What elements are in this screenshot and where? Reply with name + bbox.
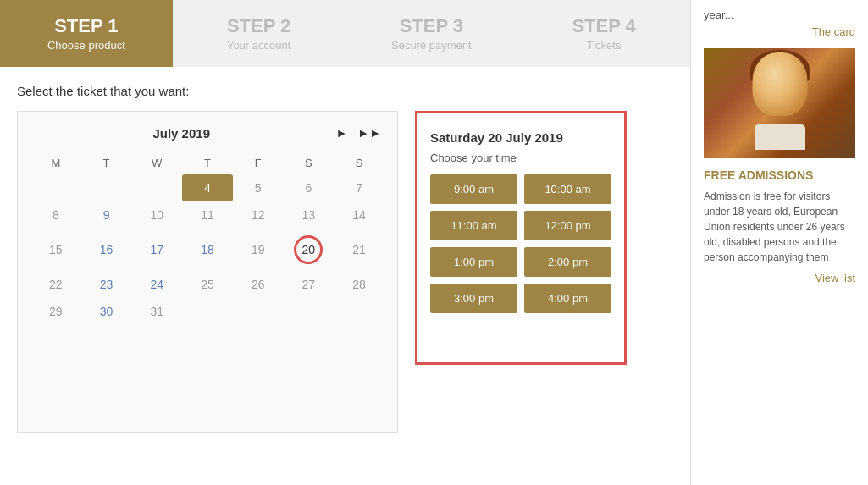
time-slot-button[interactable]: 9:00 am [430,174,517,204]
step-3[interactable]: STEP 3 Secure payment [346,0,518,67]
calendar-day[interactable]: 24 [131,271,182,298]
calendar-header: July 2019 ► ►► [30,124,384,141]
calendar-day: 31 [131,298,182,325]
calendar-day: 29 [30,298,81,325]
step-2[interactable]: STEP 2 Your account [173,0,346,67]
calendar-day [233,298,284,325]
step-3-label: Secure payment [354,39,510,52]
time-slot-button[interactable]: 2:00 pm [524,247,611,277]
weekday-thu: T [182,152,233,174]
calendar-day [284,298,334,325]
time-slot-button[interactable]: 10:00 am [524,174,611,204]
calendar-day: 21 [334,229,384,271]
weekday-sun: S [334,152,384,174]
calendar-day: 25 [182,271,233,298]
calendar-day[interactable]: 20 [284,229,334,271]
next-month-button[interactable]: ► [332,124,351,141]
weekday-fri: F [233,152,284,174]
calendar-day [81,174,132,201]
sidebar-year-text: year... [704,8,855,21]
time-date-title: Saturday 20 July 2019 [430,130,611,145]
calendar-day[interactable]: 30 [81,298,132,325]
calendar-day [182,298,233,325]
calendar-day: 27 [284,271,334,298]
free-admissions-text: Admission is free for visitors under 18 … [704,189,855,265]
calendar-day[interactable]: 9 [81,201,132,229]
calendar-day: 13 [284,201,334,229]
calendar-day: 10 [131,201,182,229]
calendar-day: 28 [334,271,384,298]
calendar-day: 19 [233,229,284,271]
calendar-day: 11 [182,201,233,229]
step-2-number: STEP 2 [181,15,337,37]
calendar-day: 15 [30,229,81,271]
calendar-day: 7 [334,174,384,201]
calendar-day: 8 [30,201,81,229]
calendar-day: 6 [284,174,334,201]
calendar-time-wrapper: July 2019 ► ►► M T W T F S [17,111,673,433]
view-list-link[interactable]: View list [704,272,855,284]
calendar-day [131,174,182,201]
steps-bar: STEP 1 Choose product STEP 2 Your accoun… [0,0,690,67]
weekday-mon: M [30,152,81,174]
calendar-day: 14 [334,201,384,229]
time-grid: 9:00 am10:00 am11:00 am12:00 pm1:00 pm2:… [430,174,611,313]
calendar-day: 12 [233,201,284,229]
free-admissions-title: FREE ADMISSIONS [704,168,855,182]
time-picker-container: Saturday 20 July 2019 Choose your time 9… [415,111,627,365]
calendar-title: July 2019 [30,126,332,141]
calendar-day[interactable]: 18 [182,229,233,271]
time-slot-button[interactable]: 4:00 pm [524,284,611,313]
calendar-container: July 2019 ► ►► M T W T F S [17,111,398,433]
calendar-day[interactable]: 23 [81,271,132,298]
time-slot-button[interactable]: 3:00 pm [430,284,517,313]
step-3-number: STEP 3 [354,15,510,37]
calendar-day: 22 [30,271,81,298]
calendar-navigation: ► ►► [332,124,384,141]
time-slot-button[interactable]: 1:00 pm [430,247,517,277]
calendar-day [30,174,81,201]
sidebar-painting [704,48,855,158]
painting-face [752,52,807,116]
calendar-day: 5 [233,174,284,201]
calendar-day[interactable]: 17 [131,229,182,271]
step-2-label: Your account [181,39,337,52]
select-ticket-label: Select the ticket that you want: [17,84,673,98]
time-slot-button[interactable]: 11:00 am [430,211,517,240]
weekday-sat: S [284,152,334,174]
weekday-tue: T [81,152,132,174]
step-4-label: Tickets [526,39,682,52]
time-slot-button[interactable]: 12:00 pm [524,211,611,240]
choose-time-label: Choose your time [430,152,611,164]
painting-collar [755,124,805,150]
step-1-number: STEP 1 [8,15,164,37]
sidebar: year... The card FREE ADMISSIONS Admissi… [690,0,868,485]
next-year-button[interactable]: ►► [354,124,384,141]
step-4[interactable]: STEP 4 Tickets [517,0,690,67]
calendar-day [334,298,384,325]
weekday-wed: W [131,152,182,174]
card-link[interactable]: The card [704,25,855,38]
calendar-grid: M T W T F S S 45678910111213141516171819… [30,152,384,325]
calendar-day[interactable]: 16 [81,229,132,271]
calendar-day[interactable]: 4 [182,174,233,201]
step-1-label: Choose product [8,39,164,52]
step-4-number: STEP 4 [526,15,682,37]
step-1[interactable]: STEP 1 Choose product [0,0,173,67]
calendar-day: 26 [233,271,284,298]
